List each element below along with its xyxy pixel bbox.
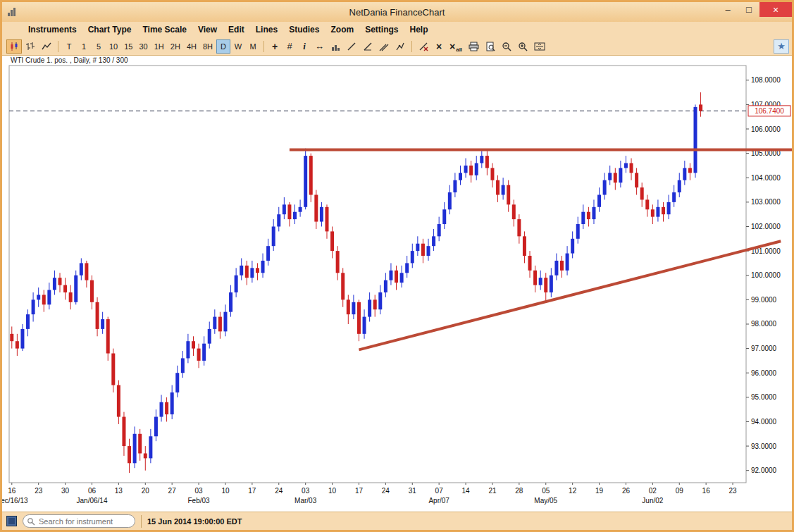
menu-help[interactable]: Help [404, 23, 433, 36]
down-candle [330, 231, 334, 251]
timeframe-15m-button[interactable]: 15 [121, 39, 135, 54]
line-chart-button[interactable] [39, 39, 54, 54]
zoom-in-button[interactable] [515, 39, 531, 54]
y-axis-label: 103.0000 [751, 198, 781, 206]
angled-line-icon [363, 42, 373, 51]
timeframe-30m-button[interactable]: 30 [137, 39, 151, 54]
up-candle [656, 207, 659, 217]
menu-edit[interactable]: Edit [223, 23, 249, 36]
down-candle [645, 199, 649, 209]
menu-time-scale[interactable]: Time Scale [137, 23, 191, 36]
up-candle [149, 436, 152, 458]
down-candle [58, 278, 62, 285]
grid-button[interactable]: # [283, 39, 297, 54]
polyline-tool-button[interactable] [392, 39, 408, 54]
x-axis-label: 17 [355, 487, 364, 495]
title-bar: NetDania FinanceChart – □ × [2, 2, 792, 22]
timeframe-5m-button[interactable]: 5 [92, 39, 106, 54]
timeframe-8h-button[interactable]: 8H [200, 39, 216, 54]
y-axis-label: 93.0000 [751, 443, 777, 450]
zoom-out-button[interactable] [499, 39, 514, 54]
x-axis-label: 03 [302, 487, 310, 495]
down-candle [63, 285, 67, 292]
netdania-logo-icon [6, 516, 17, 526]
up-candle [405, 263, 409, 273]
print-button[interactable] [466, 39, 482, 54]
auto-scale-button[interactable] [531, 39, 548, 54]
chart-legend: WTI Crude 1. pos. , Daily, # 130 / 300 [11, 56, 128, 65]
timeframe-1m-button[interactable]: 1 [77, 39, 91, 54]
down-candle [485, 156, 489, 168]
favorites-button[interactable]: ★ [774, 39, 789, 54]
menu-lines[interactable]: Lines [251, 23, 283, 36]
up-candle [26, 314, 30, 329]
menu-chart-type[interactable]: Chart Type [83, 23, 137, 36]
down-candle [560, 261, 564, 271]
menu-settings[interactable]: Settings [360, 23, 403, 36]
timeframe-2h-button[interactable]: 2H [168, 39, 183, 54]
down-candle [533, 271, 537, 285]
minimize-button[interactable]: – [717, 2, 738, 17]
down-candle [544, 278, 547, 292]
candlestick-chart-button[interactable] [6, 39, 22, 54]
search-input[interactable] [23, 514, 135, 528]
down-candle [336, 251, 340, 273]
menu-instruments[interactable]: Instruments [23, 23, 82, 36]
info-button[interactable]: i [297, 39, 311, 54]
down-candle [640, 187, 644, 199]
menu-zoom[interactable]: Zoom [325, 23, 359, 36]
remove-line-button[interactable] [416, 39, 431, 54]
up-candle [416, 244, 419, 251]
print-preview-button[interactable] [483, 39, 498, 54]
down-candle [507, 185, 510, 205]
delete-selected-button[interactable]: × [432, 39, 446, 54]
up-candle [619, 168, 622, 183]
timestamp: 15 Jun 2014 19:00:00 EDT [147, 517, 242, 526]
close-button[interactable]: × [759, 2, 792, 17]
candlestick-chart[interactable]: 92.000093.000094.000095.000096.000097.00… [2, 56, 792, 512]
status-bar: 15 Jun 2014 19:00:00 EDT [2, 512, 792, 530]
x-axis-month-label: Jan/06/14 [77, 497, 108, 505]
timeframe-daily-button[interactable]: D [216, 39, 230, 54]
auto-scale-icon [534, 42, 545, 51]
x-axis-month-label: Feb/03 [188, 497, 211, 505]
expand-horizontal-button[interactable]: ↔ [312, 39, 327, 54]
timeframe-monthly-button[interactable]: M [246, 39, 260, 54]
ohlc-bars-button[interactable] [23, 39, 38, 54]
up-candle [592, 207, 595, 219]
menu-view[interactable]: View [193, 23, 222, 36]
crosshair-button[interactable]: + [268, 39, 282, 54]
menu-studies[interactable]: Studies [284, 23, 324, 36]
down-candle [69, 292, 73, 302]
timeframe-weekly-button[interactable]: W [231, 39, 245, 54]
down-candle [111, 354, 115, 385]
window-title: NetDania FinanceChart [2, 7, 792, 18]
up-candle [442, 209, 446, 224]
delete-all-button[interactable]: × all [447, 39, 465, 54]
y-axis-label: 108.0000 [751, 76, 781, 84]
parallel-lines-tool-button[interactable] [376, 39, 392, 54]
up-candle [208, 329, 211, 344]
y-axis-label: 99.0000 [751, 296, 777, 304]
x-axis-label: 07 [435, 487, 444, 495]
down-candle [128, 446, 131, 463]
timeframe-tick-button[interactable]: T [62, 39, 76, 54]
timeframe-4h-button[interactable]: 4H [184, 39, 199, 54]
up-candle [608, 173, 612, 180]
volume-icon [330, 42, 340, 51]
timeframe-1h-button[interactable]: 1H [151, 39, 167, 54]
y-axis-label: 102.0000 [751, 223, 781, 230]
volume-button[interactable] [328, 39, 343, 54]
maximize-button[interactable]: □ [738, 2, 759, 17]
up-candle [378, 292, 382, 309]
angled-line-tool-button[interactable] [360, 39, 376, 54]
trend-line-tool-button[interactable] [344, 39, 359, 54]
x-axis-month-label: Apr/07 [428, 497, 449, 505]
up-candle [277, 214, 280, 226]
timeframe-10m-button[interactable]: 10 [106, 39, 120, 54]
up-candle [80, 263, 83, 275]
x-axis-label: 14 [462, 487, 471, 495]
x-axis-label: 12 [569, 487, 577, 495]
up-candle [133, 434, 137, 464]
app-window: NetDania FinanceChart – □ × Instruments … [0, 0, 794, 532]
